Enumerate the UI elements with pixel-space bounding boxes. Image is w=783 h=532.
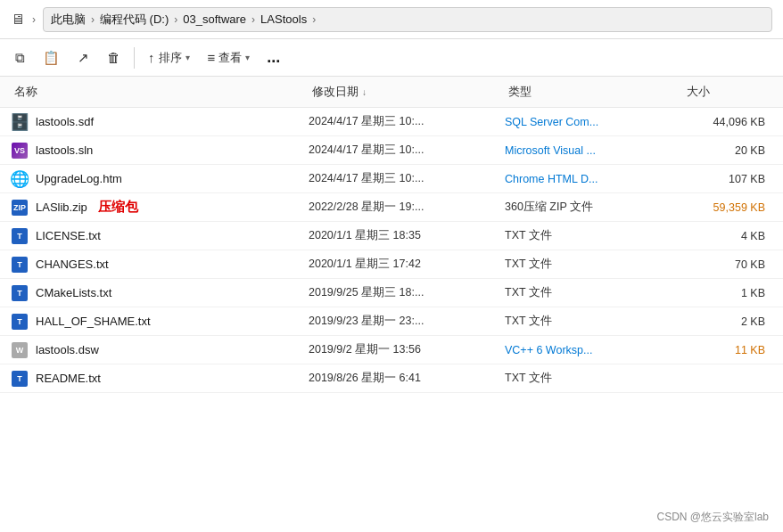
address-bar: 🖥 › 此电脑 › 编程代码 (D:) › 03_software › LASt… bbox=[0, 0, 783, 39]
file-type: Microsoft Visual ... bbox=[505, 144, 683, 157]
file-name: lastools.dsw bbox=[36, 343, 99, 356]
file-date: 2019/9/25 星期三 18:... bbox=[309, 285, 505, 300]
file-size: 11 KB bbox=[683, 344, 772, 356]
view-label: 查看 bbox=[218, 50, 242, 66]
file-date: 2024/4/17 星期三 10:... bbox=[309, 171, 505, 186]
file-type: TXT 文件 bbox=[505, 314, 683, 329]
file-type: 360压缩 ZIP 文件 bbox=[505, 200, 683, 215]
breadcrumb-software[interactable]: 03_software bbox=[183, 12, 246, 26]
file-name-cell: T CMakeLists.txt bbox=[11, 284, 309, 302]
file-date: 2024/4/17 星期三 10:... bbox=[309, 143, 505, 158]
file-size: 1 KB bbox=[683, 287, 772, 299]
paste-icon: 📋 bbox=[43, 50, 60, 66]
file-date: 2020/1/1 星期三 17:42 bbox=[309, 257, 505, 272]
breadcrumb-sep-0: › bbox=[32, 13, 36, 26]
file-name: LASlib.zip bbox=[36, 201, 87, 214]
sort-chevron-icon: ▾ bbox=[185, 53, 190, 62]
col-date[interactable]: 修改日期 ↓ bbox=[309, 82, 505, 102]
file-size: 59,359 KB bbox=[683, 201, 772, 214]
file-date: 2019/9/23 星期一 23:... bbox=[309, 314, 505, 329]
table-row[interactable]: T CHANGES.txt 2020/1/1 星期三 17:42 TXT 文件 … bbox=[0, 250, 783, 279]
paste-button[interactable]: 📋 bbox=[35, 45, 68, 71]
share-button[interactable]: ↗ bbox=[70, 45, 97, 71]
delete-button[interactable]: 🗑 bbox=[99, 45, 128, 70]
table-row[interactable]: T LICENSE.txt 2020/1/1 星期三 18:35 TXT 文件 … bbox=[0, 222, 783, 250]
share-icon: ↗ bbox=[78, 50, 89, 66]
file-size: 107 KB bbox=[683, 173, 772, 185]
toolbar: ⧉ 📋 ↗ 🗑 ↑ 排序 ▾ ≡ 查看 ▾ ... bbox=[0, 39, 783, 77]
file-icon-sdf: 🗄️ bbox=[11, 113, 29, 131]
table-row[interactable]: ZIP LASlib.zip 压缩包 2022/2/28 星期一 19:... … bbox=[0, 193, 783, 222]
table-row[interactable]: 🌐 UpgradeLog.htm 2024/4/17 星期三 10:... Ch… bbox=[0, 165, 783, 193]
file-name: lastools.sln bbox=[36, 143, 93, 157]
file-name: UpgradeLog.htm bbox=[36, 172, 122, 185]
tag-label: 压缩包 bbox=[98, 199, 138, 216]
file-type: SQL Server Com... bbox=[505, 116, 683, 128]
monitor-icon: 🖥 bbox=[11, 12, 25, 28]
file-list: 名称 修改日期 ↓ 类型 大小 🗄️ lastools.sdf 2024/4/1… bbox=[0, 77, 783, 532]
table-row[interactable]: 🗄️ lastools.sdf 2024/4/17 星期三 10:... SQL… bbox=[0, 108, 783, 136]
copy-button[interactable]: ⧉ bbox=[7, 45, 33, 71]
file-icon-sln: VS bbox=[11, 142, 29, 160]
main-content: ⧉ 📋 ↗ 🗑 ↑ 排序 ▾ ≡ 查看 ▾ ... 名称 bbox=[0, 39, 783, 532]
toolbar-separator-1 bbox=[134, 47, 135, 69]
file-icon-txt: T bbox=[11, 256, 29, 274]
view-icon: ≡ bbox=[208, 50, 216, 65]
file-name-cell: T CHANGES.txt bbox=[11, 256, 309, 274]
file-icon-dsw: W bbox=[11, 341, 29, 359]
file-icon-htm: 🌐 bbox=[11, 170, 29, 188]
file-icon-txt: T bbox=[11, 227, 29, 245]
file-name-cell: T HALL_OF_SHAME.txt bbox=[11, 313, 309, 331]
more-button[interactable]: ... bbox=[260, 46, 287, 69]
file-type: TXT 文件 bbox=[505, 285, 683, 300]
file-date: 2019/8/26 星期一 6:41 bbox=[309, 371, 505, 386]
view-button[interactable]: ≡ 查看 ▾ bbox=[200, 45, 259, 71]
file-name: CMakeLists.txt bbox=[36, 286, 111, 299]
sort-icon: ↑ bbox=[148, 50, 155, 65]
file-name: LICENSE.txt bbox=[36, 229, 101, 242]
file-name: CHANGES.txt bbox=[36, 258, 109, 271]
breadcrumb-this-pc[interactable]: 此电脑 bbox=[51, 12, 86, 28]
file-name: HALL_OF_SHAME.txt bbox=[36, 315, 151, 328]
file-icon-txt: T bbox=[11, 284, 29, 302]
breadcrumb-sep-2: › bbox=[174, 13, 177, 26]
file-type: TXT 文件 bbox=[505, 257, 683, 272]
table-row[interactable]: T CMakeLists.txt 2019/9/25 星期三 18:... TX… bbox=[0, 279, 783, 307]
file-type: TXT 文件 bbox=[505, 371, 683, 386]
col-name[interactable]: 名称 bbox=[11, 82, 309, 102]
breadcrumb-drive[interactable]: 编程代码 (D:) bbox=[100, 12, 169, 28]
sort-button[interactable]: ↑ 排序 ▾ bbox=[140, 45, 198, 71]
file-name: README.txt bbox=[36, 372, 101, 385]
file-size: 70 KB bbox=[683, 258, 772, 271]
file-list-header: 名称 修改日期 ↓ 类型 大小 bbox=[0, 77, 783, 108]
file-type: TXT 文件 bbox=[505, 228, 683, 243]
col-type[interactable]: 类型 bbox=[505, 82, 683, 102]
table-row[interactable]: T HALL_OF_SHAME.txt 2019/9/23 星期一 23:...… bbox=[0, 307, 783, 336]
file-name: lastools.sdf bbox=[36, 115, 94, 128]
file-icon-txt: T bbox=[11, 370, 29, 388]
table-row[interactable]: T README.txt 2019/8/26 星期一 6:41 TXT 文件 bbox=[0, 364, 783, 393]
view-chevron-icon: ▾ bbox=[245, 53, 250, 62]
sort-arrow-icon: ↓ bbox=[362, 87, 367, 97]
table-row[interactable]: W lastools.dsw 2019/9/2 星期一 13:56 VC++ 6… bbox=[0, 336, 783, 364]
file-date: 2024/4/17 星期三 10:... bbox=[309, 114, 505, 129]
file-name-cell: T LICENSE.txt bbox=[11, 227, 309, 245]
file-name-cell: VS lastools.sln bbox=[11, 142, 309, 160]
breadcrumb-sep-3: › bbox=[251, 13, 255, 26]
file-name-cell: W lastools.dsw bbox=[11, 341, 309, 359]
file-type: VC++ 6 Worksp... bbox=[505, 344, 683, 356]
file-size: 2 KB bbox=[683, 315, 772, 328]
breadcrumb-sep-1: › bbox=[91, 13, 95, 26]
table-row[interactable]: VS lastools.sln 2024/4/17 星期三 10:... Mic… bbox=[0, 136, 783, 165]
breadcrumb-lastools[interactable]: LAStools bbox=[260, 12, 307, 26]
breadcrumb-sep-4: › bbox=[312, 13, 316, 26]
file-type: Chrome HTML D... bbox=[505, 173, 683, 185]
copy-icon: ⧉ bbox=[15, 50, 25, 66]
file-rows-container: 🗄️ lastools.sdf 2024/4/17 星期三 10:... SQL… bbox=[0, 108, 783, 393]
file-icon-zip: ZIP bbox=[11, 199, 29, 217]
file-size: 4 KB bbox=[683, 230, 772, 242]
breadcrumb[interactable]: 此电脑 › 编程代码 (D:) › 03_software › LAStools… bbox=[43, 7, 772, 32]
col-size[interactable]: 大小 bbox=[683, 82, 772, 102]
file-icon-txt: T bbox=[11, 313, 29, 331]
delete-icon: 🗑 bbox=[107, 50, 120, 65]
